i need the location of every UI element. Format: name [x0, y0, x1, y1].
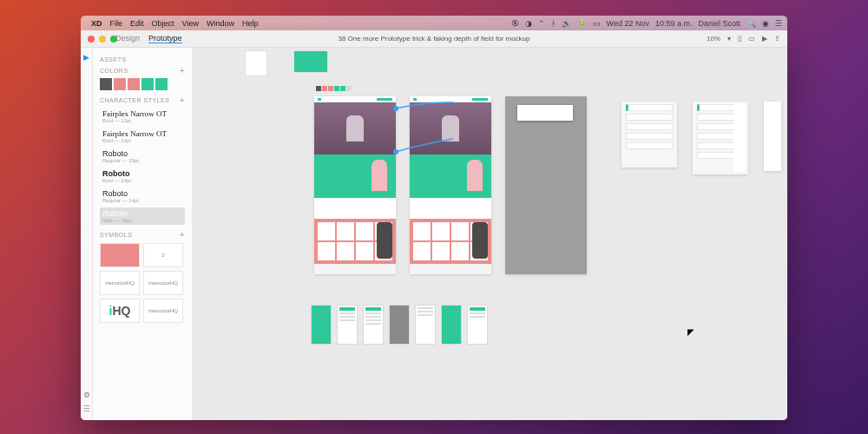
menu-help[interactable]: Help [242, 19, 259, 28]
color-swatch[interactable] [141, 78, 154, 90]
sidebar-thumbs [733, 104, 746, 172]
mouse-cursor-icon: ◤ [687, 327, 694, 337]
charstyle-item-selected[interactable]: RobotoItalic — 16pt [100, 207, 185, 225]
mode-tabs: Design Prototype [115, 34, 182, 43]
artboard-thumb[interactable] [293, 50, 328, 73]
minimize-button[interactable] [99, 36, 106, 43]
status-icon[interactable]: ◑ [525, 19, 532, 28]
artboard-mobile[interactable] [311, 305, 332, 345]
zoom-level[interactable]: 10% [707, 35, 720, 43]
artboard-mobile[interactable] [441, 305, 462, 345]
artboard-mobile[interactable] [337, 305, 358, 345]
artboard-home[interactable] [314, 96, 396, 274]
artboard-modal[interactable] [505, 96, 587, 274]
prototype-start-icon[interactable]: ▶ [83, 53, 89, 62]
wifi-icon[interactable]: ⌃ [538, 19, 545, 28]
charstyle-item[interactable]: RobotoRegular — 20pt [100, 148, 185, 165]
assets-panel: ASSETS Colors+ Character Styles+ Fairple… [93, 48, 193, 420]
color-swatch[interactable] [155, 78, 168, 90]
artboard-thumb[interactable] [245, 50, 267, 76]
tool-rail: ▶ ⚙ ☰ [81, 48, 93, 420]
add-charstyle-button[interactable]: + [180, 95, 185, 105]
artboard-mobile[interactable] [415, 305, 436, 345]
document-title: 38 One more Prototype trick & faking dep… [339, 35, 530, 43]
tab-design[interactable]: Design [115, 34, 140, 43]
artboard-list-2[interactable] [693, 102, 748, 174]
mac-menu-bar: XD File Edit Object View Window Help ⦿ ◑… [81, 16, 787, 30]
charstyle-item[interactable]: RobotoBold — 24pt [100, 168, 185, 185]
layers-toggle-icon[interactable]: ☰ [83, 404, 90, 413]
airplay-icon[interactable]: ▭ [593, 19, 601, 28]
assets-toggle-icon[interactable]: ⚙ [83, 391, 90, 399]
xd-window: Design Prototype 38 One more Prototype t… [81, 30, 787, 420]
close-button[interactable] [88, 36, 95, 43]
titlebar: Design Prototype 38 One more Prototype t… [81, 30, 787, 48]
canvas[interactable]: ◤ [193, 48, 787, 420]
bluetooth-icon[interactable]: ᚼ [551, 19, 556, 28]
play-preview-icon[interactable]: ▶ [762, 35, 767, 43]
add-symbol-button[interactable]: + [180, 230, 185, 240]
assets-title: ASSETS [100, 56, 127, 62]
menu-window[interactable]: Window [207, 19, 234, 28]
charstyle-item[interactable]: Fairplex Narrow OTBold — 12pt [100, 108, 185, 125]
charstyle-item[interactable]: Fairplex Narrow OTBold — 24pt [100, 128, 185, 145]
volume-icon[interactable]: 🔊 [562, 19, 571, 28]
spotlight-icon[interactable]: 🔍 [746, 19, 756, 28]
battery-icon[interactable]: 🔋 [577, 19, 587, 28]
pasteboard-swatches [316, 86, 352, 91]
symbol-item[interactable]: instructorHQ [143, 271, 183, 295]
charstyles-heading: Character Styles [100, 97, 169, 103]
status-icon[interactable]: ⦿ [511, 19, 519, 28]
zoom-dropdown-icon[interactable]: ▾ [727, 35, 731, 43]
tab-prototype[interactable]: Prototype [148, 34, 182, 43]
menu-user[interactable]: Daniel Scott [698, 19, 740, 28]
modal-card [517, 105, 573, 121]
color-swatch[interactable] [100, 78, 112, 90]
artboard-mobile[interactable] [363, 305, 384, 345]
symbol-item[interactable]: ≡ [143, 243, 183, 267]
symbol-logo[interactable]: iHQ [100, 299, 140, 323]
menu-time[interactable]: 10:59 a.m. [655, 19, 693, 28]
device-tablet-icon[interactable]: ▭ [748, 35, 755, 43]
artboard-list-1[interactable] [621, 102, 677, 168]
device-phone-icon[interactable]: ▯ [738, 35, 741, 43]
siri-icon[interactable]: ◉ [762, 19, 769, 28]
menu-view[interactable]: View [182, 19, 199, 28]
artboard-list-3[interactable] [764, 102, 781, 171]
symbol-item[interactable] [100, 243, 140, 267]
menu-object[interactable]: Object [152, 19, 174, 28]
share-icon[interactable]: ⇪ [774, 35, 780, 43]
menu-file[interactable]: File [110, 19, 123, 28]
symbol-item[interactable]: instructorHQ [100, 271, 140, 295]
charstyle-item[interactable]: RobotoRegular — 14pt [100, 187, 185, 205]
artboard-mobile[interactable] [467, 305, 488, 345]
add-color-button[interactable]: + [180, 66, 185, 76]
app-menu[interactable]: XD [91, 19, 102, 28]
colors-heading: Colors [100, 68, 128, 74]
color-swatch[interactable] [114, 78, 126, 90]
traffic-lights [81, 36, 117, 43]
notification-icon[interactable]: ☰ [775, 19, 782, 28]
artboard-mobile[interactable] [389, 305, 410, 345]
menu-edit[interactable]: Edit [130, 19, 144, 28]
menu-date[interactable]: Wed 22 Nov [607, 19, 649, 28]
artboard-home-2[interactable] [410, 96, 491, 274]
color-swatches [100, 78, 185, 90]
symbol-item[interactable]: instructorHQ [143, 299, 183, 323]
color-swatch[interactable] [128, 78, 140, 90]
symbols-heading: Symbols [100, 232, 132, 238]
